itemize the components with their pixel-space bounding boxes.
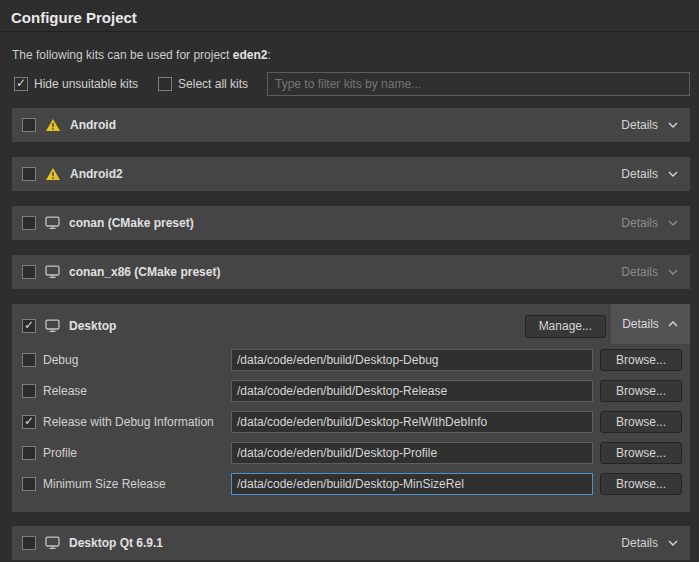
build-config-checkbox[interactable] — [22, 415, 36, 429]
kit-row-desktop-qt[interactable]: Desktop Qt 6.9.1 Details — [12, 526, 690, 560]
details-button[interactable]: Details — [621, 167, 679, 181]
build-config-label: Release with Debug Information — [43, 415, 231, 429]
build-config-label: Minimum Size Release — [43, 477, 231, 491]
kit-checkbox[interactable] — [22, 167, 36, 181]
kit-row-conan[interactable]: conan (CMake preset) Details — [12, 206, 690, 240]
kit-filter-toolbar: Hide unsuitable kits Select all kits — [0, 62, 699, 96]
select-all-checkbox[interactable] — [158, 77, 172, 91]
details-button[interactable]: Details — [621, 118, 679, 132]
details-label: Details — [621, 167, 658, 181]
build-config-row-release: Release Browse... — [22, 380, 682, 402]
build-config-label: Debug — [43, 353, 231, 367]
warning-icon — [45, 118, 61, 132]
details-label: Details — [622, 317, 659, 331]
build-config-label: Profile — [43, 446, 231, 460]
kit-name: Android2 — [70, 167, 123, 181]
kit-name: conan (CMake preset) — [69, 216, 194, 230]
details-label: Details — [621, 216, 658, 230]
details-button[interactable]: Details — [621, 536, 679, 550]
build-dir-input-focused[interactable] — [231, 473, 593, 495]
monitor-icon — [45, 536, 60, 550]
monitor-icon — [45, 265, 60, 279]
chevron-down-icon — [667, 539, 679, 547]
details-button: Details — [621, 265, 679, 279]
details-button: Details — [621, 216, 679, 230]
monitor-icon — [45, 319, 60, 333]
kit-checkbox[interactable] — [22, 216, 36, 230]
kit-row-conan-x86[interactable]: conan_x86 (CMake preset) Details — [12, 255, 690, 289]
kit-filter-input[interactable] — [267, 72, 690, 96]
details-label: Details — [621, 118, 658, 132]
build-dir-input[interactable] — [231, 411, 593, 433]
kit-panel-desktop: Desktop Manage... Details Debug Browse..… — [12, 304, 690, 512]
chevron-down-icon — [667, 170, 679, 178]
details-label: Details — [621, 536, 658, 550]
build-config-checkbox[interactable] — [22, 446, 36, 460]
kit-checkbox[interactable] — [22, 536, 36, 550]
project-name: eden2 — [233, 48, 268, 62]
build-config-label: Release — [43, 384, 231, 398]
build-config-row-profile: Profile Browse... — [22, 442, 682, 464]
browse-button[interactable]: Browse... — [600, 380, 682, 402]
page-title: Configure Project — [0, 0, 699, 31]
details-button-expanded[interactable]: Details — [611, 304, 690, 344]
browse-button[interactable]: Browse... — [600, 442, 682, 464]
build-config-list: Debug Browse... Release Browse... Releas… — [12, 348, 690, 512]
chevron-up-icon — [667, 320, 679, 328]
manage-button[interactable]: Manage... — [525, 315, 606, 338]
build-config-checkbox[interactable] — [22, 353, 36, 367]
kit-name: Desktop — [69, 319, 116, 333]
chevron-down-icon — [667, 121, 679, 129]
build-config-row-minsizerel: Minimum Size Release Browse... — [22, 473, 682, 495]
select-all-label[interactable]: Select all kits — [178, 77, 248, 91]
kit-name: Desktop Qt 6.9.1 — [69, 536, 163, 550]
browse-button[interactable]: Browse... — [600, 473, 682, 495]
intro-suffix: : — [267, 48, 270, 62]
build-dir-input[interactable] — [231, 380, 593, 402]
warning-icon — [45, 167, 61, 181]
browse-button[interactable]: Browse... — [600, 349, 682, 371]
build-dir-input[interactable] — [231, 349, 593, 371]
kit-checkbox[interactable] — [22, 265, 36, 279]
hide-unsuitable-label[interactable]: Hide unsuitable kits — [34, 77, 138, 91]
build-config-checkbox[interactable] — [22, 384, 36, 398]
build-config-row-debug: Debug Browse... — [22, 349, 682, 371]
kit-name: Android — [70, 118, 116, 132]
build-config-row-relwithdebinfo: Release with Debug Information Browse... — [22, 411, 682, 433]
chevron-down-icon — [667, 219, 679, 227]
details-label: Details — [621, 265, 658, 279]
kit-checkbox[interactable] — [22, 319, 36, 333]
monitor-icon — [45, 216, 60, 230]
hide-unsuitable-checkbox[interactable] — [14, 77, 28, 91]
browse-button[interactable]: Browse... — [600, 411, 682, 433]
kit-row-android2[interactable]: Android2 Details — [12, 157, 690, 191]
kit-row-android[interactable]: Android Details — [12, 108, 690, 142]
chevron-down-icon — [667, 268, 679, 276]
intro-prefix: The following kits can be used for proje… — [12, 48, 233, 62]
build-config-checkbox[interactable] — [22, 477, 36, 491]
kit-checkbox[interactable] — [22, 118, 36, 132]
intro-text: The following kits can be used for proje… — [0, 32, 699, 62]
kit-name: conan_x86 (CMake preset) — [69, 265, 220, 279]
build-dir-input[interactable] — [231, 442, 593, 464]
kit-row-desktop[interactable]: Desktop Manage... Details — [12, 304, 690, 348]
